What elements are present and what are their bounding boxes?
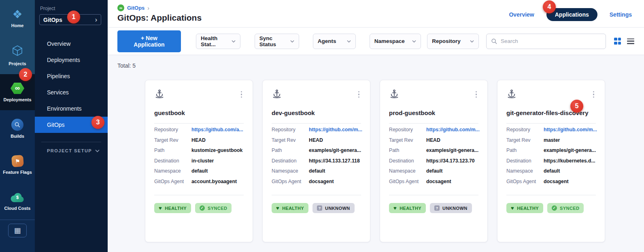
badge-label: HEALTHY (165, 206, 187, 211)
badge-label: UNKNOWN (442, 206, 467, 211)
page-header: ∞ GitOps › GitOps: Applications Overview… (108, 0, 644, 28)
path-value: examples/git-genera... (426, 147, 478, 153)
tab-overview[interactable]: Overview (509, 11, 534, 18)
field-label: Target Rev (154, 137, 191, 143)
annotation-badge-5: 5 (570, 100, 583, 113)
grid-view-icon[interactable] (614, 38, 621, 45)
card-menu-button[interactable] (357, 90, 361, 99)
filter-health-status[interactable]: Health Stat... (196, 34, 240, 49)
field-label: Namespace (272, 168, 309, 174)
namespace-value: default (309, 168, 325, 174)
breadcrumb-gitops-link[interactable]: GitOps (127, 5, 145, 11)
application-card-prod-guestbook[interactable]: prod-guestbook Repositoryhttps://github.… (380, 80, 488, 242)
feature-flags-icon: ⚑ (11, 155, 24, 167)
tab-settings[interactable]: Settings (610, 11, 632, 18)
badge-label: UNKNOWN (325, 206, 350, 211)
sidebar-item-overview[interactable]: Overview (35, 36, 108, 52)
divider (272, 195, 361, 195)
path-value: examples/git-genera... (309, 147, 361, 153)
field-label: GitOps Agent (272, 179, 309, 184)
builds-icon (11, 119, 23, 131)
chevron-down-icon (470, 40, 474, 43)
filter-label: Repository (432, 38, 461, 44)
divider (389, 123, 478, 124)
rail-item-builds[interactable]: Builds (0, 110, 35, 147)
module-switcher-button[interactable]: ▦ (8, 224, 27, 237)
namespace-value: default (191, 168, 208, 174)
toolbar: + New Application Health Stat... Sync St… (108, 28, 644, 55)
application-anchor-icon (506, 89, 517, 99)
filter-agents[interactable]: Agents (313, 34, 356, 49)
namespace-value: default (544, 168, 560, 174)
agent-value: docsagent (309, 179, 334, 184)
field-label: Repository (506, 127, 544, 132)
dollar-glyph: $ (10, 195, 25, 200)
rail-bottom: ▦ (0, 220, 35, 252)
rail-item-feature-flags[interactable]: ⚑ Feature Flags (0, 147, 35, 183)
filter-sync-status[interactable]: Sync Status (255, 34, 299, 49)
heart-icon: ♥ (393, 205, 397, 211)
field-label: Path (506, 147, 544, 153)
repository-link[interactable]: https://github.com/a... (191, 127, 243, 132)
health-status-badge: ♥HEALTHY (389, 203, 426, 213)
project-selector-value: GitOps (43, 17, 62, 23)
application-card-dev-guestbook[interactable]: dev-guestbook Repositoryhttps://github.c… (262, 80, 370, 242)
field-label: Repository (272, 127, 309, 132)
application-card-git-generator-files-discovery[interactable]: git-generator-files-discovery Repository… (497, 80, 605, 242)
badge-label: SYNCED (560, 206, 579, 211)
field-label: Target Rev (272, 137, 309, 143)
rail-item-label: Home (11, 23, 24, 28)
field-label: Path (272, 147, 309, 153)
field-label: Namespace (389, 168, 426, 174)
rail-item-cloud-costs[interactable]: $ Cloud Costs (0, 183, 35, 220)
field-label: Repository (154, 127, 191, 132)
project-setup-toggle[interactable]: PROJECT SETUP (35, 148, 108, 153)
card-menu-button[interactable] (474, 90, 478, 99)
new-application-button[interactable]: + New Application (117, 30, 181, 52)
application-name: guestbook (154, 109, 244, 116)
chevron-right-icon: › (95, 16, 97, 23)
repository-link[interactable]: https://github.com/m... (309, 127, 362, 132)
application-name: dev-guestbook (272, 109, 361, 116)
application-card-guestbook[interactable]: guestbook Repositoryhttps://github.com/a… (145, 80, 253, 242)
main-area: ∞ GitOps › GitOps: Applications Overview… (108, 0, 644, 252)
divider (154, 123, 244, 124)
field-label: GitOps Agent (389, 179, 426, 184)
field-label: Repository (389, 127, 426, 132)
rail-item-label: Cloud Costs (4, 206, 31, 211)
card-menu-button[interactable] (239, 90, 244, 99)
chevron-down-icon (412, 40, 416, 43)
health-status-badge: ♥HEALTHY (154, 203, 191, 213)
field-label: Path (154, 147, 191, 153)
annotation-badge-3: 3 (91, 116, 104, 129)
repository-link[interactable]: https://github.com/m... (544, 127, 597, 132)
destination-value: https://34.173.123.70 (426, 158, 475, 164)
filter-namespace[interactable]: Namespace (370, 34, 421, 49)
badge-label: HEALTHY (517, 206, 539, 211)
field-label: Destination (154, 158, 191, 164)
deployments-gitops-icon: ∞ (11, 82, 24, 94)
list-view-icon[interactable] (627, 38, 634, 44)
search-input[interactable] (501, 38, 601, 44)
divider (389, 195, 478, 195)
application-name: prod-guestbook (389, 109, 478, 116)
sidebar-item-services[interactable]: Services (35, 84, 108, 100)
rail-item-label: Projects (9, 61, 26, 66)
annotation-badge-1: 1 (67, 11, 80, 23)
rail-item-projects[interactable]: Projects (0, 36, 35, 74)
rail-item-home[interactable]: ❖ Home (0, 0, 35, 36)
target-rev-value: HEAD (426, 137, 440, 143)
project-setup-label: PROJECT SETUP (47, 148, 92, 153)
home-icon: ❖ (12, 9, 22, 20)
sidebar-item-pipelines[interactable]: Pipelines (35, 68, 108, 84)
filter-repository[interactable]: Repository (427, 34, 479, 49)
page-title: GitOps: Applications (117, 13, 202, 23)
card-menu-button[interactable] (591, 90, 596, 99)
sidebar-item-deployments[interactable]: Deployments (35, 52, 108, 68)
application-anchor-icon (154, 89, 165, 99)
rail-item-label: Builds (11, 134, 24, 139)
sidebar-item-environments[interactable]: Environments (35, 100, 108, 117)
field-label: Target Rev (389, 137, 426, 143)
sync-status-badge: ?UNKNOWN (430, 203, 472, 213)
repository-link[interactable]: https://github.com/m... (426, 127, 480, 132)
